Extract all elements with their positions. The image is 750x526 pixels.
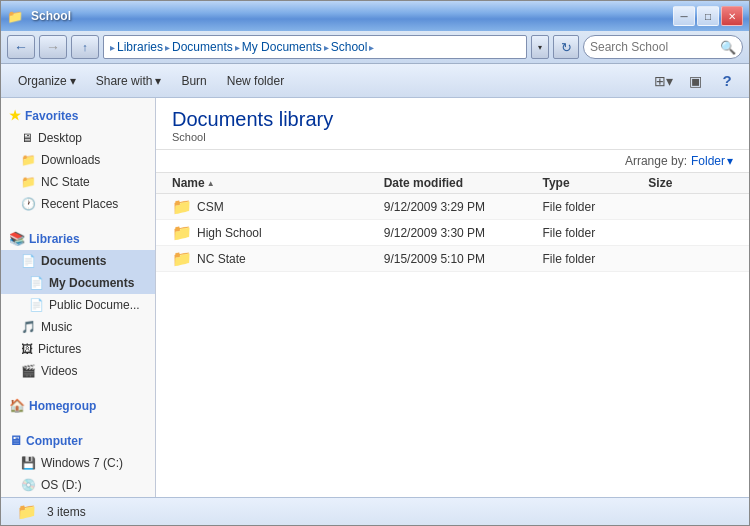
arrange-dropdown-icon: ▾ <box>727 154 733 168</box>
folder-icon-ncstate: 📁 <box>172 249 192 268</box>
sidebar-item-pictures[interactable]: 🖼 Pictures <box>1 338 155 360</box>
sidebar-item-downloads[interactable]: 📁 Downloads <box>1 149 155 171</box>
sidebar: ★ Favorites 🖥 Desktop 📁 Downloads 📁 NC S… <box>1 98 156 497</box>
homegroup-icon: 🏠 <box>9 398 25 413</box>
c-drive-icon: 💾 <box>21 456 36 470</box>
explorer-window: 📁 School ─ □ ✕ ← → ↑ ▸ Libraries ▸ Docum… <box>0 0 750 526</box>
libraries-section: 📚 Libraries 📄 Documents 📄 My Documents 📄… <box>1 227 155 382</box>
sidebar-item-videos[interactable]: 🎬 Videos <box>1 360 155 382</box>
libraries-label: Libraries <box>29 232 80 246</box>
search-box: 🔍 <box>583 35 743 59</box>
minimize-button[interactable]: ─ <box>673 6 695 26</box>
sidebar-item-d-drive[interactable]: 💿 OS (D:) <box>1 474 155 496</box>
breadcrumb-documents[interactable]: Documents <box>172 40 233 54</box>
pictures-label: Pictures <box>38 342 81 356</box>
downloads-icon: 📁 <box>21 153 36 167</box>
desktop-label: Desktop <box>38 131 82 145</box>
organize-button[interactable]: Organize ▾ <box>9 70 85 92</box>
sidebar-item-nc-state[interactable]: 📁 NC State <box>1 171 155 193</box>
music-icon: 🎵 <box>21 320 36 334</box>
maximize-button[interactable]: □ <box>697 6 719 26</box>
burn-label: Burn <box>181 74 206 88</box>
content-area: Documents library School Arrange by: Fol… <box>156 98 749 497</box>
my-documents-icon: 📄 <box>29 276 44 290</box>
close-button[interactable]: ✕ <box>721 6 743 26</box>
library-subtitle: School <box>172 131 733 143</box>
up-button[interactable]: ↑ <box>71 35 99 59</box>
table-row[interactable]: 📁 High School 9/12/2009 3:30 PM File fol… <box>156 220 749 246</box>
sidebar-item-c-drive[interactable]: 💾 Windows 7 (C:) <box>1 452 155 474</box>
forward-button[interactable]: → <box>39 35 67 59</box>
window-controls: ─ □ ✕ <box>673 6 743 26</box>
library-title: Documents library <box>172 108 733 131</box>
help-button[interactable]: ? <box>713 69 741 93</box>
file-name-ncstate: 📁 NC State <box>172 249 384 268</box>
address-dropdown-button[interactable]: ▾ <box>531 35 549 59</box>
sidebar-item-my-documents[interactable]: 📄 My Documents <box>1 272 155 294</box>
view-options-button[interactable]: ⊞▾ <box>649 69 677 93</box>
homegroup-label: Homegroup <box>29 399 96 413</box>
arrange-by-button[interactable]: Folder ▾ <box>691 154 733 168</box>
status-item-count: 3 items <box>47 505 86 519</box>
column-date-modified[interactable]: Date modified <box>384 176 543 190</box>
burn-button[interactable]: Burn <box>172 70 215 92</box>
c-drive-label: Windows 7 (C:) <box>41 456 123 470</box>
content-header: Documents library School <box>156 98 749 150</box>
videos-label: Videos <box>41 364 77 378</box>
column-size[interactable]: Size <box>648 176 733 190</box>
breadcrumb-school[interactable]: School <box>331 40 368 54</box>
d-drive-icon: 💿 <box>21 478 36 492</box>
column-name[interactable]: Name ▲ <box>172 176 384 190</box>
search-icon[interactable]: 🔍 <box>720 40 736 55</box>
sidebar-item-music[interactable]: 🎵 Music <box>1 316 155 338</box>
pictures-icon: 🖼 <box>21 342 33 356</box>
address-bar: ← → ↑ ▸ Libraries ▸ Documents ▸ My Docum… <box>1 31 749 64</box>
folder-icon-highschool: 📁 <box>172 223 192 242</box>
organize-dropdown-icon: ▾ <box>70 74 76 88</box>
search-input[interactable] <box>590 40 716 54</box>
sidebar-item-recent-places[interactable]: 🕐 Recent Places <box>1 193 155 215</box>
share-with-button[interactable]: Share with ▾ <box>87 70 171 92</box>
column-type[interactable]: Type <box>542 176 648 190</box>
window-title: School <box>27 9 669 23</box>
favorites-header[interactable]: ★ Favorites <box>1 104 155 127</box>
libraries-icon: 📚 <box>9 231 25 246</box>
downloads-label: Downloads <box>41 153 100 167</box>
status-folder-icon: 📁 <box>17 502 37 521</box>
computer-header[interactable]: 🖥 Computer <box>1 429 155 452</box>
documents-label: Documents <box>41 254 106 268</box>
computer-label: Computer <box>26 434 83 448</box>
arrange-by-label: Arrange by: <box>625 154 687 168</box>
preview-pane-button[interactable]: ▣ <box>681 69 709 93</box>
libraries-header[interactable]: 📚 Libraries <box>1 227 155 250</box>
desktop-icon: 🖥 <box>21 131 33 145</box>
sidebar-item-public-documents[interactable]: 📄 Public Docume... <box>1 294 155 316</box>
file-list-header: Name ▲ Date modified Type Size <box>156 173 749 194</box>
file-date-ncstate: 9/15/2009 5:10 PM <box>384 252 543 266</box>
new-folder-label: New folder <box>227 74 284 88</box>
arrange-by-value: Folder <box>691 154 725 168</box>
sidebar-item-desktop[interactable]: 🖥 Desktop <box>1 127 155 149</box>
favorites-label: Favorites <box>25 109 78 123</box>
homegroup-header[interactable]: 🏠 Homegroup <box>1 394 155 417</box>
recent-places-label: Recent Places <box>41 197 118 211</box>
nc-state-fav-icon: 📁 <box>21 175 36 189</box>
breadcrumb-libraries[interactable]: Libraries <box>117 40 163 54</box>
share-with-label: Share with <box>96 74 153 88</box>
toolbar: Organize ▾ Share with ▾ Burn New folder … <box>1 64 749 98</box>
refresh-button[interactable]: ↻ <box>553 35 579 59</box>
file-name-highschool: 📁 High School <box>172 223 384 242</box>
back-button[interactable]: ← <box>7 35 35 59</box>
computer-icon: 🖥 <box>9 433 22 448</box>
table-row[interactable]: 📁 NC State 9/15/2009 5:10 PM File folder <box>156 246 749 272</box>
documents-icon: 📄 <box>21 254 36 268</box>
breadcrumb-my-documents[interactable]: My Documents <box>242 40 322 54</box>
file-name-csm: 📁 CSM <box>172 197 384 216</box>
my-documents-label: My Documents <box>49 276 134 290</box>
content-arrange-bar: Arrange by: Folder ▾ <box>156 150 749 173</box>
favorites-section: ★ Favorites 🖥 Desktop 📁 Downloads 📁 NC S… <box>1 104 155 215</box>
main-area: ★ Favorites 🖥 Desktop 📁 Downloads 📁 NC S… <box>1 98 749 497</box>
new-folder-button[interactable]: New folder <box>218 70 293 92</box>
table-row[interactable]: 📁 CSM 9/12/2009 3:29 PM File folder <box>156 194 749 220</box>
sidebar-item-documents[interactable]: 📄 Documents <box>1 250 155 272</box>
